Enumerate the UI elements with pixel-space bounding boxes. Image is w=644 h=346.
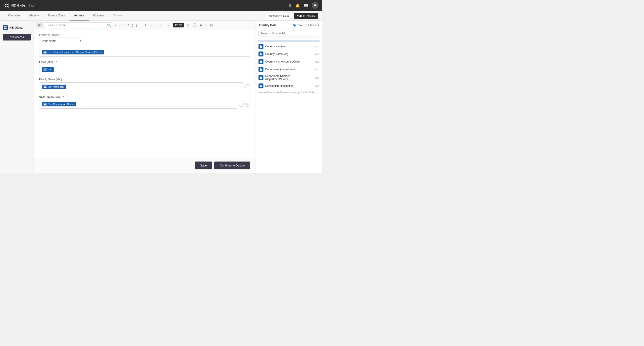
svg-rect-19 [261, 69, 262, 71]
text-format-icon[interactable]: Ꭺ [200, 23, 203, 28]
given-name-input-box[interactable]: First Name (givenName) [39, 100, 237, 109]
identity-item-name: Country Name (c) [265, 45, 314, 48]
op-equals[interactable]: = [140, 23, 142, 27]
app-name: HID Global [11, 3, 26, 7]
identity-item-icon [258, 59, 264, 64]
identity-item-type: abc [315, 60, 319, 63]
user-avatar[interactable]: SP [312, 2, 318, 9]
sidebar-title: HID Global [10, 26, 23, 29]
email-input-box[interactable]: Mail [39, 65, 250, 74]
tab-identity[interactable]: Identity [25, 11, 43, 20]
clock-icon[interactable]: 🕐 [192, 23, 197, 28]
list-item[interactable]: Country Name (c) abc [256, 42, 322, 50]
svg-rect-2 [5, 6, 6, 7]
list-item[interactable]: Country Name (co) abc [256, 50, 322, 58]
logo-icon [4, 3, 9, 8]
tab-observe[interactable]: Observe [89, 11, 109, 20]
upn-token-icon [44, 51, 46, 54]
svg-rect-22 [260, 85, 261, 87]
continue-to-deploy-button[interactable]: Continue to Deploy [214, 162, 250, 169]
family-name-field-with-actions: Last Name (sn) − [39, 82, 250, 91]
notification-icon[interactable]: 🔔 [296, 3, 300, 8]
given-name-add-button[interactable]: + [245, 102, 250, 107]
list-item[interactable]: Department Number (departmentNumber) abc [256, 73, 322, 82]
svg-point-10 [44, 86, 46, 87]
given-name-token: First Name (givenName) [42, 102, 76, 106]
op-lte[interactable]: <= [160, 23, 164, 27]
search-icon: 🔍 [107, 23, 111, 27]
op-greater[interactable]: > [150, 23, 153, 27]
info-icon[interactable]: ℹ [205, 23, 207, 28]
svg-rect-15 [261, 53, 262, 55]
op-gte[interactable]: >= [166, 23, 171, 27]
identity-item-type: abc [315, 45, 319, 48]
family-name-token: Last Name (sn) [42, 85, 66, 89]
fields-area: Employee Identifier* User Name ▼ [34, 30, 256, 158]
list-item[interactable]: Department (department) abc [256, 65, 322, 73]
radio-new-dot [293, 24, 296, 26]
given-name-label: Given Name (abc) [39, 95, 61, 98]
family-name-dropdown-arrow[interactable]: ▼ [63, 78, 65, 80]
given-name-remove-button[interactable]: − [239, 102, 244, 107]
svg-rect-12 [260, 45, 261, 48]
search-function-input[interactable] [44, 22, 112, 28]
save-button[interactable]: Save [195, 162, 212, 169]
op-not-equals[interactable]: != [144, 23, 148, 27]
op-minus[interactable]: - [119, 23, 121, 27]
svg-rect-17 [261, 61, 262, 63]
tab-service-desk[interactable]: Service Desk [43, 11, 70, 20]
svg-rect-13 [261, 46, 262, 48]
radio-previous[interactable]: Previous [305, 24, 319, 27]
tab-overview[interactable]: Overview [4, 11, 25, 20]
identity-item-name: Country Name (countryCode) [265, 60, 314, 63]
settings-icon[interactable]: ⚙ [289, 3, 292, 8]
family-name-colon: : [66, 78, 67, 81]
tab-review: Review [109, 11, 128, 20]
given-name-token-label: First Name (givenName) [48, 103, 74, 105]
employee-identifier-value: User Name [42, 39, 56, 42]
scroll-indicator [258, 40, 320, 42]
op-less[interactable]: < [155, 23, 158, 27]
identity-radio-group: New Previous [293, 24, 319, 27]
version-history-button[interactable]: Version History [294, 13, 318, 19]
help-icon[interactable]: 📖 [304, 3, 308, 8]
op-close-paren[interactable]: ) [135, 23, 138, 27]
upload-hr-data-button[interactable]: Upload HR Data [266, 12, 292, 19]
radio-new[interactable]: New [293, 24, 302, 27]
identity-item-type: abc [315, 85, 319, 87]
family-name-field-group: Family Name (abc) ▼ : [39, 78, 250, 91]
upn-token-label: User Principal Name or UPN (userPrincipa… [48, 51, 102, 53]
identity-search-input[interactable] [258, 30, 319, 36]
add-access-button[interactable]: Add Access [3, 34, 31, 40]
employee-identifier-select[interactable]: User Name ▼ [39, 37, 84, 44]
identity-item-icon [258, 83, 264, 88]
formula-input-wrap: 🔍 [44, 22, 112, 28]
upn-input-box[interactable]: User Principal Name or UPN (userPrincipa… [39, 48, 250, 57]
top-bar-icons: ⚙ 🔔 📖 SP [289, 2, 318, 9]
svg-rect-20 [260, 76, 261, 79]
list-item[interactable]: Description (description) abc [256, 82, 322, 90]
second-nav: Overview Identity Service Desk Access Ob… [0, 11, 322, 21]
identity-item-type: abc [315, 53, 319, 55]
family-name-actions: − [245, 84, 250, 89]
identity-item-icon [258, 44, 264, 49]
op-multiply[interactable]: * [123, 23, 126, 27]
op-divide[interactable]: / [127, 23, 130, 27]
op-open-paren[interactable]: ( [131, 23, 134, 27]
grid-icon[interactable]: ⊞ [186, 23, 190, 28]
op-plus[interactable]: + [114, 23, 117, 27]
prev-button[interactable]: PREV [173, 23, 184, 27]
tab-access[interactable]: Access [70, 11, 89, 20]
identity-panel: Identity Data New Previous [256, 21, 322, 173]
svg-rect-1 [6, 4, 8, 5]
formula-operators: + - * / ( ) = != > < <= >= [114, 23, 171, 27]
filter-icon[interactable]: ⚙ [210, 23, 213, 28]
family-name-remove-button[interactable]: − [245, 84, 250, 89]
list-item[interactable]: Country Name (countryCode) abc [256, 58, 322, 65]
family-name-input-box[interactable]: Last Name (sn) [39, 82, 244, 91]
given-name-dropdown-arrow[interactable]: ▼ [62, 95, 64, 98]
identity-search [256, 29, 322, 38]
sidebar-menu-icon[interactable]: ⋮ [27, 26, 31, 30]
svg-rect-4 [4, 26, 5, 27]
family-name-select-wrap: Family Name (abc) ▼ [39, 78, 65, 81]
